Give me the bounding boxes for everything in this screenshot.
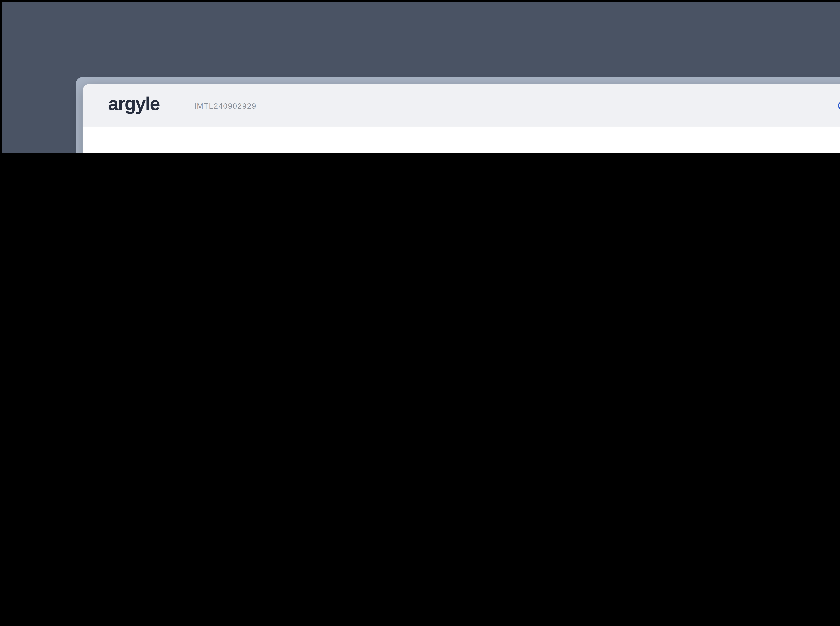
screenshot-stage: argyle IMTL240902929 Refresh Page Notifi… — [0, 0, 840, 153]
refresh-page-button[interactable]: Refresh Page — [827, 84, 840, 127]
argyle-modal-card: argyle IMTL240902929 Refresh Page Notifi… — [83, 84, 840, 153]
refresh-icon — [837, 100, 840, 110]
header-actions: Refresh Page Notifications Close — [827, 84, 840, 127]
argyle-logo: argyle — [108, 94, 160, 115]
order-id: IMTL240902929 — [194, 102, 256, 110]
card-header: argyle IMTL240902929 Refresh Page Notifi… — [83, 84, 840, 127]
